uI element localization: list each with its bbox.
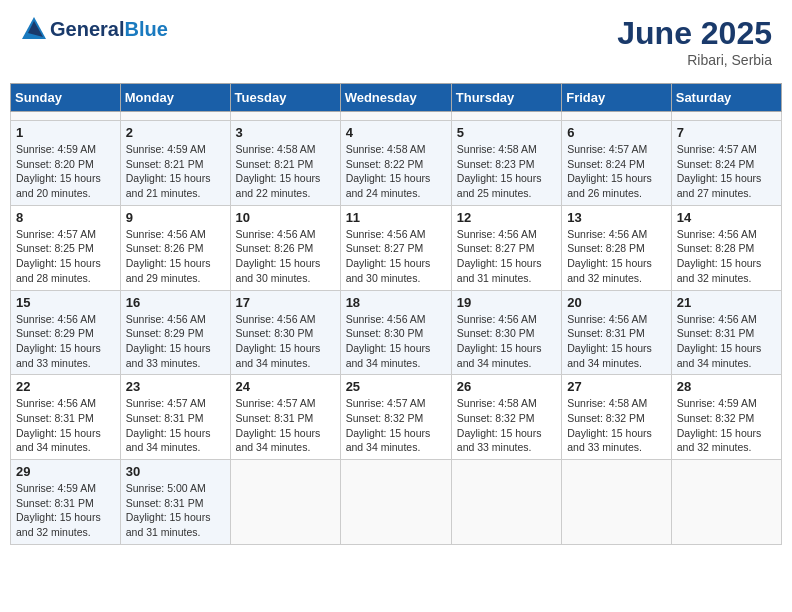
calendar-cell: 18Sunrise: 4:56 AMSunset: 8:30 PMDayligh… — [340, 290, 451, 375]
logo-text: GeneralBlue — [50, 18, 168, 41]
calendar-cell: 11Sunrise: 4:56 AMSunset: 8:27 PMDayligh… — [340, 205, 451, 290]
day-info: Sunrise: 4:56 AMSunset: 8:27 PMDaylight:… — [457, 227, 556, 286]
day-info: Sunrise: 4:57 AMSunset: 8:24 PMDaylight:… — [677, 142, 776, 201]
day-number: 13 — [567, 210, 666, 225]
day-info: Sunrise: 4:59 AMSunset: 8:32 PMDaylight:… — [677, 396, 776, 455]
day-number: 29 — [16, 464, 115, 479]
day-info: Sunrise: 4:58 AMSunset: 8:23 PMDaylight:… — [457, 142, 556, 201]
calendar-cell: 7Sunrise: 4:57 AMSunset: 8:24 PMDaylight… — [671, 121, 781, 206]
day-number: 15 — [16, 295, 115, 310]
calendar-cell: 27Sunrise: 4:58 AMSunset: 8:32 PMDayligh… — [562, 375, 672, 460]
calendar-cell: 13Sunrise: 4:56 AMSunset: 8:28 PMDayligh… — [562, 205, 672, 290]
page-header: GeneralBlue June 2025 Ribari, Serbia — [10, 10, 782, 73]
calendar-cell — [230, 112, 340, 121]
day-number: 26 — [457, 379, 556, 394]
day-info: Sunrise: 4:56 AMSunset: 8:30 PMDaylight:… — [346, 312, 446, 371]
calendar-table: SundayMondayTuesdayWednesdayThursdayFrid… — [10, 83, 782, 545]
page-subtitle: Ribari, Serbia — [617, 52, 772, 68]
day-number: 20 — [567, 295, 666, 310]
day-number: 18 — [346, 295, 446, 310]
calendar-cell — [11, 112, 121, 121]
calendar-cell: 5Sunrise: 4:58 AMSunset: 8:23 PMDaylight… — [451, 121, 561, 206]
calendar-cell: 3Sunrise: 4:58 AMSunset: 8:21 PMDaylight… — [230, 121, 340, 206]
calendar-cell — [562, 460, 672, 545]
day-number: 14 — [677, 210, 776, 225]
calendar-week-1: 1Sunrise: 4:59 AMSunset: 8:20 PMDaylight… — [11, 121, 782, 206]
day-number: 11 — [346, 210, 446, 225]
day-info: Sunrise: 4:56 AMSunset: 8:29 PMDaylight:… — [126, 312, 225, 371]
calendar-cell: 22Sunrise: 4:56 AMSunset: 8:31 PMDayligh… — [11, 375, 121, 460]
day-number: 23 — [126, 379, 225, 394]
day-info: Sunrise: 5:00 AMSunset: 8:31 PMDaylight:… — [126, 481, 225, 540]
calendar-cell — [451, 460, 561, 545]
calendar-week-4: 22Sunrise: 4:56 AMSunset: 8:31 PMDayligh… — [11, 375, 782, 460]
column-header-tuesday: Tuesday — [230, 84, 340, 112]
calendar-cell: 2Sunrise: 4:59 AMSunset: 8:21 PMDaylight… — [120, 121, 230, 206]
day-number: 7 — [677, 125, 776, 140]
calendar-cell — [340, 112, 451, 121]
calendar-cell — [671, 112, 781, 121]
day-info: Sunrise: 4:57 AMSunset: 8:31 PMDaylight:… — [236, 396, 335, 455]
calendar-cell: 16Sunrise: 4:56 AMSunset: 8:29 PMDayligh… — [120, 290, 230, 375]
calendar-cell: 4Sunrise: 4:58 AMSunset: 8:22 PMDaylight… — [340, 121, 451, 206]
calendar-cell — [340, 460, 451, 545]
calendar-cell: 10Sunrise: 4:56 AMSunset: 8:26 PMDayligh… — [230, 205, 340, 290]
calendar-week-2: 8Sunrise: 4:57 AMSunset: 8:25 PMDaylight… — [11, 205, 782, 290]
day-info: Sunrise: 4:58 AMSunset: 8:21 PMDaylight:… — [236, 142, 335, 201]
calendar-cell: 19Sunrise: 4:56 AMSunset: 8:30 PMDayligh… — [451, 290, 561, 375]
day-number: 17 — [236, 295, 335, 310]
day-info: Sunrise: 4:56 AMSunset: 8:26 PMDaylight:… — [236, 227, 335, 286]
day-number: 16 — [126, 295, 225, 310]
day-number: 21 — [677, 295, 776, 310]
calendar-cell: 1Sunrise: 4:59 AMSunset: 8:20 PMDaylight… — [11, 121, 121, 206]
title-area: June 2025 Ribari, Serbia — [617, 15, 772, 68]
day-info: Sunrise: 4:56 AMSunset: 8:28 PMDaylight:… — [677, 227, 776, 286]
column-header-saturday: Saturday — [671, 84, 781, 112]
day-info: Sunrise: 4:56 AMSunset: 8:31 PMDaylight:… — [16, 396, 115, 455]
day-number: 10 — [236, 210, 335, 225]
day-info: Sunrise: 4:56 AMSunset: 8:26 PMDaylight:… — [126, 227, 225, 286]
day-info: Sunrise: 4:57 AMSunset: 8:32 PMDaylight:… — [346, 396, 446, 455]
calendar-cell: 20Sunrise: 4:56 AMSunset: 8:31 PMDayligh… — [562, 290, 672, 375]
day-info: Sunrise: 4:58 AMSunset: 8:32 PMDaylight:… — [567, 396, 666, 455]
page-title: June 2025 — [617, 15, 772, 52]
calendar-week-0 — [11, 112, 782, 121]
day-info: Sunrise: 4:57 AMSunset: 8:24 PMDaylight:… — [567, 142, 666, 201]
day-number: 4 — [346, 125, 446, 140]
calendar-cell — [671, 460, 781, 545]
day-number: 28 — [677, 379, 776, 394]
day-info: Sunrise: 4:56 AMSunset: 8:31 PMDaylight:… — [567, 312, 666, 371]
day-info: Sunrise: 4:59 AMSunset: 8:31 PMDaylight:… — [16, 481, 115, 540]
day-number: 27 — [567, 379, 666, 394]
day-info: Sunrise: 4:57 AMSunset: 8:31 PMDaylight:… — [126, 396, 225, 455]
column-header-monday: Monday — [120, 84, 230, 112]
day-info: Sunrise: 4:57 AMSunset: 8:25 PMDaylight:… — [16, 227, 115, 286]
calendar-cell — [562, 112, 672, 121]
day-info: Sunrise: 4:58 AMSunset: 8:32 PMDaylight:… — [457, 396, 556, 455]
calendar-cell — [230, 460, 340, 545]
day-number: 6 — [567, 125, 666, 140]
day-info: Sunrise: 4:56 AMSunset: 8:30 PMDaylight:… — [236, 312, 335, 371]
calendar-cell: 15Sunrise: 4:56 AMSunset: 8:29 PMDayligh… — [11, 290, 121, 375]
day-info: Sunrise: 4:59 AMSunset: 8:21 PMDaylight:… — [126, 142, 225, 201]
day-number: 24 — [236, 379, 335, 394]
day-number: 9 — [126, 210, 225, 225]
day-number: 19 — [457, 295, 556, 310]
calendar-cell: 12Sunrise: 4:56 AMSunset: 8:27 PMDayligh… — [451, 205, 561, 290]
calendar-cell — [120, 112, 230, 121]
day-number: 5 — [457, 125, 556, 140]
column-header-sunday: Sunday — [11, 84, 121, 112]
day-number: 30 — [126, 464, 225, 479]
calendar-cell: 21Sunrise: 4:56 AMSunset: 8:31 PMDayligh… — [671, 290, 781, 375]
day-info: Sunrise: 4:56 AMSunset: 8:27 PMDaylight:… — [346, 227, 446, 286]
day-number: 22 — [16, 379, 115, 394]
day-info: Sunrise: 4:56 AMSunset: 8:28 PMDaylight:… — [567, 227, 666, 286]
logo-icon — [20, 15, 48, 43]
column-header-thursday: Thursday — [451, 84, 561, 112]
calendar-header-row: SundayMondayTuesdayWednesdayThursdayFrid… — [11, 84, 782, 112]
calendar-week-5: 29Sunrise: 4:59 AMSunset: 8:31 PMDayligh… — [11, 460, 782, 545]
day-info: Sunrise: 4:56 AMSunset: 8:30 PMDaylight:… — [457, 312, 556, 371]
calendar-cell: 17Sunrise: 4:56 AMSunset: 8:30 PMDayligh… — [230, 290, 340, 375]
calendar-cell: 29Sunrise: 4:59 AMSunset: 8:31 PMDayligh… — [11, 460, 121, 545]
column-header-wednesday: Wednesday — [340, 84, 451, 112]
